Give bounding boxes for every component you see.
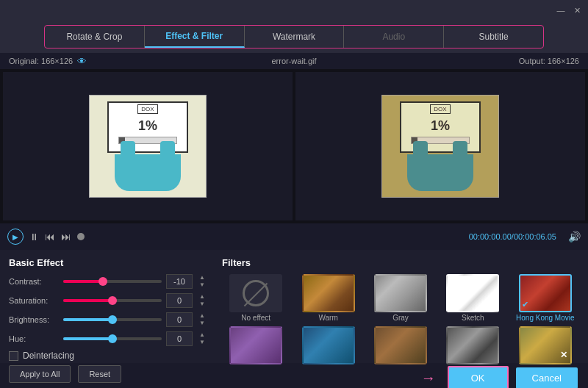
hue-label: Hue: (9, 334, 59, 343)
filename: error-wait.gif (271, 57, 316, 65)
brightness-row: Brightness: 0 ▲ ▼ (9, 312, 207, 327)
playback-bar: ▶ ⏸ ⏮ ⏭ 00:00:00.00/00:00:06.05 🔊 (0, 223, 588, 250)
no-effect-icon (243, 280, 269, 306)
tabs-bar: Rotate & Crop Effect & Filter Watermark … (0, 21, 588, 53)
original-preview: DOX 1% (3, 72, 293, 220)
filter-hk-movie[interactable]: ✔ Hong Kong Movie (512, 274, 579, 322)
brightness-value: 0 (166, 312, 193, 327)
contrast-label: Contrast: (9, 277, 59, 286)
selected-check-icon: ✔ (522, 300, 528, 309)
deinterlace-label: Deinterlacing (23, 351, 74, 361)
ok-arrow-icon: → (421, 370, 436, 387)
filter-no-effect-label: No effect (241, 314, 270, 322)
filter-no-effect[interactable]: No effect (222, 274, 290, 322)
filter-r2-2[interactable] (294, 326, 362, 366)
contrast-down[interactable]: ▼ (197, 281, 207, 289)
tab-effect-filter[interactable]: Effect & Filter (145, 26, 245, 48)
cat-body-left (115, 154, 181, 191)
contrast-value: -10 (166, 274, 193, 289)
window-box-left: DOX 1% (107, 101, 188, 153)
filter-r2-4[interactable] (439, 326, 506, 366)
preview-section: DOX 1% DOX 1% (0, 69, 588, 223)
tab-watermark[interactable]: Watermark (245, 26, 345, 48)
pause-button[interactable]: ⏸ (29, 231, 39, 242)
cancel-button[interactable]: Cancel (516, 367, 578, 389)
hue-spinner: ▲ ▼ (197, 331, 207, 346)
apply-to-all-button[interactable]: Apply to All (9, 365, 71, 383)
minimize-button[interactable]: — (556, 5, 566, 15)
time-display: 00:00:00.00/00:00:06.05 (469, 232, 556, 241)
brightness-slider[interactable] (63, 318, 162, 321)
deinterlace-checkbox[interactable] (9, 351, 18, 361)
hue-row: Hue: 0 ▲ ▼ (9, 331, 207, 346)
saturation-spinner: ▲ ▼ (197, 293, 207, 308)
filtered-preview: DOX 1% (295, 72, 585, 220)
window-box-right: DOX 1% (400, 101, 481, 153)
prev-frame-button[interactable]: ⏮ (45, 231, 55, 242)
original-size: Original: 166×126 👁 (9, 56, 87, 67)
basic-effect-title: Basic Effect (9, 257, 207, 268)
original-frame: DOX 1% (89, 95, 207, 198)
filter-warm-label: Warm (318, 314, 337, 322)
filters-title: Filters (222, 257, 579, 268)
filter-r2-1[interactable] (222, 326, 290, 366)
cat-body-right (407, 154, 473, 191)
filter-gray-label: Gray (392, 314, 409, 322)
hue-value: 0 (166, 331, 193, 346)
saturation-row: Saturation: 0 ▲ ▼ (9, 293, 207, 308)
output-size: Output: 166×126 (519, 57, 579, 65)
filter-r2-3[interactable] (367, 326, 434, 366)
progress-slider[interactable] (77, 233, 85, 240)
filters-grid: No effect Warm Gray Sketch ✔ (222, 274, 579, 366)
bottom-section: Basic Effect Contrast: -10 ▲ ▼ Saturatio… (0, 250, 588, 363)
hue-down[interactable]: ▼ (197, 339, 207, 346)
brightness-down[interactable]: ▼ (197, 320, 207, 327)
eye-icon: 👁 (77, 56, 87, 67)
saturation-value: 0 (166, 293, 193, 308)
filter-r2-5[interactable]: ✕ (512, 326, 579, 366)
action-row: Apply to All Reset (9, 365, 207, 383)
filter-hk-label: Hong Kong Movie (516, 314, 575, 322)
brightness-spinner: ▲ ▼ (197, 312, 207, 327)
saturation-label: Saturation: (9, 296, 59, 305)
play-button[interactable]: ▶ (7, 229, 24, 245)
basic-effect-panel: Basic Effect Contrast: -10 ▲ ▼ Saturatio… (9, 257, 207, 356)
saturation-slider[interactable] (63, 299, 162, 302)
title-bar: — ✕ (0, 0, 588, 21)
contrast-up[interactable]: ▲ (197, 274, 207, 281)
brightness-up[interactable]: ▲ (197, 312, 207, 320)
deinterlace-row: Deinterlacing (9, 351, 207, 361)
filter-warm[interactable]: Warm (294, 274, 362, 322)
saturation-up[interactable]: ▲ (197, 293, 207, 301)
contrast-spinner: ▲ ▼ (197, 274, 207, 289)
preview-bar: Original: 166×126 👁 error-wait.gif Outpu… (0, 53, 588, 69)
volume-icon[interactable]: 🔊 (568, 231, 581, 242)
filters-panel: Filters No effect Warm Gray (222, 257, 579, 356)
reset-button[interactable]: Reset (78, 365, 121, 383)
filter-gray[interactable]: Gray (367, 274, 434, 322)
contrast-slider[interactable] (63, 280, 162, 283)
saturation-down[interactable]: ▼ (197, 301, 207, 308)
hue-up[interactable]: ▲ (197, 331, 207, 339)
contrast-row: Contrast: -10 ▲ ▼ (9, 274, 207, 289)
tab-rotate-crop[interactable]: Rotate & Crop (45, 26, 145, 48)
tab-audio[interactable]: Audio (344, 26, 444, 48)
filter-sketch-label: Sketch (462, 314, 484, 322)
brightness-label: Brightness: (9, 315, 59, 324)
hue-slider[interactable] (63, 337, 162, 340)
close-button[interactable]: ✕ (572, 5, 582, 15)
filter-sketch[interactable]: Sketch (439, 274, 506, 322)
next-frame-button[interactable]: ⏭ (61, 231, 71, 242)
tab-subtitle[interactable]: Subtitle (444, 26, 543, 48)
ok-button[interactable]: OK (448, 366, 509, 389)
filtered-frame: DOX 1% (381, 95, 499, 198)
